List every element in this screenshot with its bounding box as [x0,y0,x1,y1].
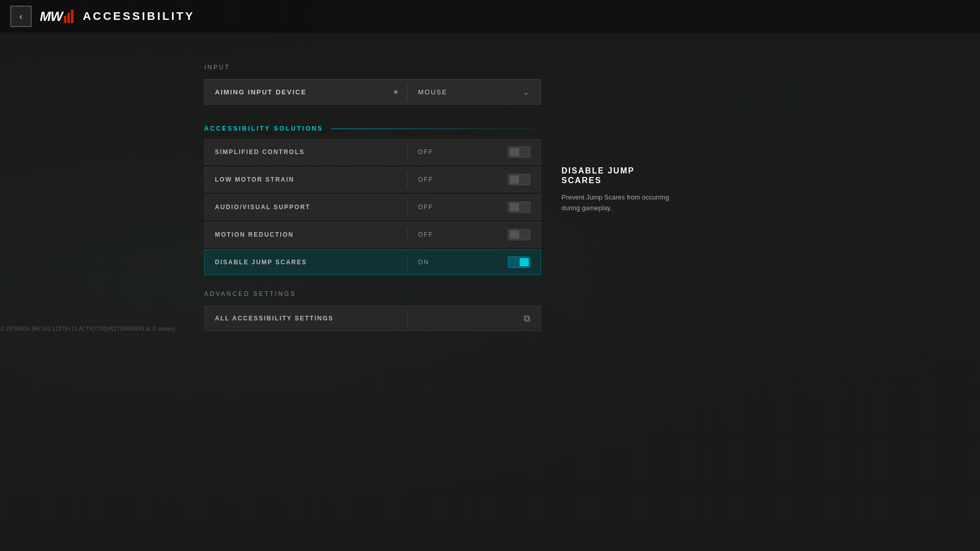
toggle-row-motion-reduction[interactable]: MOTION REDUCTION OFF [204,222,541,247]
input-section-heading: INPUT [204,64,541,71]
toggle-row-simplified-controls[interactable]: SIMPLIFIED CONTROLS OFF [204,139,541,165]
toggle-label-1: LOW MOTOR STRAIN [205,176,407,183]
toggle-thumb-3 [510,231,519,239]
info-panel-title: DISABLE JUMP SCARES [561,166,674,185]
logo: MW [40,9,74,24]
logo-bar-3 [71,10,74,23]
toggle-value-area-3: OFF [408,229,541,240]
toggle-value-area-4: ON [408,257,541,268]
aiming-device-value: MOUSE [418,88,448,96]
back-arrow-icon: ‹ [19,12,22,21]
toggle-row-audio-visual-support[interactable]: AUDIO/VISUAL SUPPORT OFF [204,194,541,220]
toggle-label-3: MOTION REDUCTION [205,231,407,238]
aiming-device-label: AIMING INPUT DEVICE [205,88,393,96]
input-section: INPUT AIMING INPUT DEVICE ★ MOUSE ⌄ [204,64,541,105]
toggle-switch-1[interactable] [508,174,530,185]
toggle-switch-3[interactable] [508,229,530,240]
aiming-device-value-area: MOUSE ⌄ [408,87,541,97]
info-panel-description: Prevent Jump Scares from occurring durin… [561,192,674,214]
info-panel: DISABLE JUMP SCARES Prevent Jump Scares … [561,64,674,331]
toggle-label-2: AUDIO/VISUAL SUPPORT [205,204,407,211]
accessibility-solutions-heading: ACCESSIBILITY SOLUTIONS [204,125,541,132]
logo-bar-1 [64,16,66,23]
main-content: INPUT AIMING INPUT DEVICE ★ MOUSE ⌄ ACCE… [0,33,980,331]
toggle-thumb-2 [510,203,519,211]
toggle-value-3: OFF [418,231,433,238]
back-button[interactable]: ‹ [10,6,32,27]
toggle-switch-4[interactable] [508,257,530,268]
link-icon-area: ⧉ [408,313,541,324]
toggle-label-0: SIMPLIFIED CONTROLS [205,148,407,156]
toggle-value-0: OFF [418,148,433,156]
toggle-switch-0[interactable] [508,146,530,158]
toggle-value-area-1: OFF [408,174,541,185]
toggle-switch-2[interactable] [508,202,530,213]
toggle-row-disable-jump-scares[interactable]: DISABLE JUMP SCARES ON [204,249,541,275]
external-link-icon: ⧉ [524,313,530,324]
header: ‹ MW ACCESSIBILITY [0,0,980,33]
toggle-value-area-2: OFF [408,202,541,213]
advanced-settings-section: ADVANCED SETTINGS ALL ACCESSIBILITY SETT… [204,290,541,331]
toggle-thumb-1 [510,176,519,184]
accessibility-solutions-section: ACCESSIBILITY SOLUTIONS SIMPLIFIED CONTR… [204,125,541,275]
toggle-label-4: DISABLE JUMP SCARES [205,259,407,266]
aiming-input-device-dropdown[interactable]: AIMING INPUT DEVICE ★ MOUSE ⌄ [204,79,541,105]
advanced-settings-heading: ADVANCED SETTINGS [204,290,541,297]
toggle-value-area-0: OFF [408,146,541,158]
star-icon: ★ [393,88,399,96]
logo-bar-2 [67,13,70,23]
toggle-row-low-motor-strain[interactable]: LOW MOTOR STRAIN OFF [204,167,541,192]
debug-text: 10.18.19750334 [86:162:11278+11:A] Th[72… [0,326,970,332]
chevron-down-icon: ⌄ [523,87,530,97]
toggle-thumb-4 [520,258,529,266]
all-accessibility-label: ALL ACCESSIBILITY SETTINGS [205,315,407,322]
settings-panel: INPUT AIMING INPUT DEVICE ★ MOUSE ⌄ ACCE… [204,64,541,331]
toggle-value-4: ON [418,259,429,266]
toggle-value-2: OFF [418,204,433,211]
logo-bars [64,10,74,23]
toggle-thumb-0 [510,148,519,156]
toggle-rows-container: SIMPLIFIED CONTROLS OFF LOW MOTOR STRAIN… [204,139,541,275]
page-title: ACCESSIBILITY [83,10,194,23]
logo-text: MW [40,9,62,24]
section-heading-line [331,129,541,129]
toggle-value-1: OFF [418,176,433,183]
